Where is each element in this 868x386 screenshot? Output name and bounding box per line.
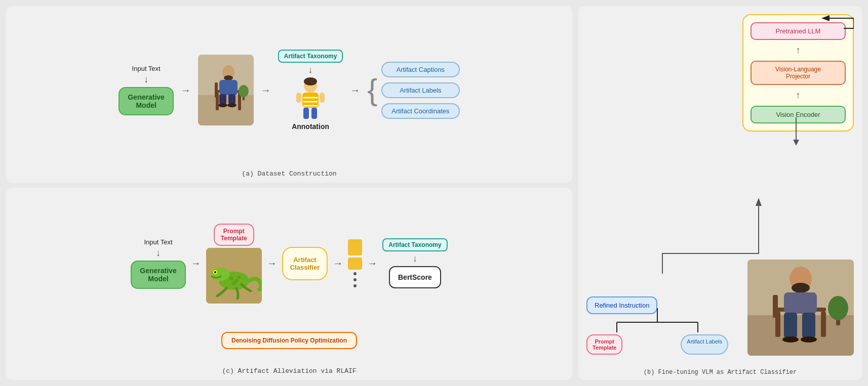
svg-rect-10	[219, 94, 226, 104]
svg-point-45	[792, 283, 810, 293]
arrow-up-2: ↑	[796, 90, 801, 101]
person-photo-a	[198, 55, 254, 125]
main-container: Input Text ↓ Generative Model →	[0, 0, 868, 386]
svg-rect-23	[311, 108, 317, 119]
svg-rect-9	[219, 80, 238, 95]
score-dot-3	[353, 284, 357, 287]
annotation-col: Artifact Taxonomy ↓	[278, 50, 343, 131]
svg-rect-11	[228, 94, 235, 104]
svg-point-30	[214, 271, 216, 273]
artifact-taxonomy-c: Artifact Taxonomy	[382, 238, 447, 251]
svg-rect-6	[215, 82, 218, 98]
arrow-down-c1: ↓	[156, 248, 161, 259]
score-rect-2	[348, 258, 362, 270]
svg-point-17	[304, 77, 317, 85]
generative-model-a: Generative Model	[119, 87, 173, 115]
vlm-container: Pretrained LLM ↑ Vision-Language Project…	[742, 14, 854, 132]
svg-rect-48	[802, 313, 815, 338]
arrow-c2: →	[267, 258, 277, 269]
section-a-label: (a) Dataset Construction	[242, 170, 336, 178]
svg-point-50	[801, 336, 817, 342]
score-col	[348, 239, 362, 288]
svg-point-49	[782, 336, 799, 342]
artifact-labels-box: Artifact Labels	[381, 82, 459, 98]
arrow-a3: →	[350, 84, 360, 96]
pretrained-llm-box: Pretrained LLM	[751, 22, 846, 40]
svg-point-31	[229, 276, 233, 280]
lizard-photo	[206, 248, 262, 304]
section-a-content: Input Text ↓ Generative Model →	[16, 14, 562, 166]
artifact-taxonomy-a: Artifact Taxonomy	[278, 50, 343, 63]
svg-point-8	[224, 75, 233, 80]
annotation-outputs: Artifact Captions Artifact Labels Artifa…	[381, 62, 459, 119]
arrow-up-1: ↑	[796, 45, 801, 56]
man-photo-b	[747, 260, 854, 356]
artifact-labels-b: Artifact Labels	[681, 334, 728, 355]
score-rect-1	[348, 239, 362, 255]
brace-symbol: {	[367, 75, 377, 105]
svg-point-13	[227, 103, 236, 107]
vlp-box: Vision-Language Projector	[751, 61, 846, 85]
ddpo-box: Denoising Diffusion Policy Optimization	[221, 332, 357, 349]
arrow-down-a1: ↓	[144, 74, 148, 85]
score-dot-2	[353, 278, 357, 281]
right-panel: Pretrained LLM ↑ Vision-Language Project…	[578, 6, 862, 380]
brace-area: { Artifact Captions Artifact Labels Arti…	[367, 62, 459, 119]
annotation-figure	[294, 77, 327, 120]
svg-marker-57	[756, 198, 762, 206]
artifact-captions-box: Artifact Captions	[381, 62, 459, 77]
annotation-label: Annotation	[292, 122, 329, 131]
section-c-mid: Prompt Template	[206, 224, 262, 304]
artifact-coordinates-box: Artifact Coordinates	[381, 103, 459, 119]
artifact-classifier-c: Artifact Classifier	[282, 247, 328, 280]
section-b-label: (b) Fine-tuning VLM as Artifact Classifi…	[578, 369, 862, 376]
arrow-c1: →	[191, 258, 201, 269]
left-panel: Input Text ↓ Generative Model →	[6, 6, 572, 380]
section-c-left: Input Text ↓ Generative Model	[131, 238, 185, 289]
input-text-label-c: Input Text	[144, 238, 172, 246]
input-text-label-a: Input Text	[132, 65, 161, 72]
section-c: Input Text ↓ Generative Model → Prompt T…	[6, 188, 572, 380]
tree-area: Prompt Template Artifact Labels	[586, 308, 728, 355]
svg-point-52	[828, 296, 848, 320]
section-a-left: Input Text ↓ Generative Model	[119, 65, 173, 115]
svg-rect-25	[320, 93, 325, 103]
section-a: Input Text ↓ Generative Model →	[6, 6, 572, 183]
svg-point-15	[239, 85, 249, 97]
svg-rect-22	[303, 108, 309, 119]
prompt-template-b: Prompt Template	[586, 334, 622, 355]
arrow-down-c2: ↓	[413, 253, 417, 264]
svg-point-12	[218, 103, 227, 107]
svg-marker-36	[793, 140, 799, 146]
score-dot-1	[353, 272, 357, 275]
arrow-taxonomy: ↓	[308, 65, 313, 75]
prompt-template-c: Prompt Template	[214, 224, 254, 246]
arrow-c4: →	[367, 258, 377, 269]
ve-box: Vision Encoder	[751, 106, 846, 123]
svg-rect-42	[821, 312, 826, 337]
svg-rect-47	[784, 313, 797, 338]
taxonomy-col: Artifact Taxonomy ↓	[278, 50, 343, 75]
section-c-label: (c) Artifact Alleviation via RLAIF	[222, 367, 356, 375]
svg-rect-43	[773, 295, 778, 318]
section-c-content: Input Text ↓ Generative Model → Prompt T…	[16, 195, 562, 332]
bertscore-box: BertScore	[389, 266, 441, 288]
svg-rect-24	[296, 93, 301, 103]
generative-model-c: Generative Model	[131, 261, 185, 289]
svg-point-33	[232, 281, 236, 285]
svg-point-28	[211, 268, 229, 281]
arrow-refined-vlm	[586, 193, 769, 294]
arrow-a1: →	[181, 84, 191, 96]
svg-point-34	[238, 276, 241, 279]
bertscore-col: Artifact Taxonomy ↓ BertScore	[382, 238, 447, 288]
svg-rect-46	[784, 292, 817, 314]
arrow-c3: →	[333, 258, 343, 269]
arrow-a2: →	[261, 84, 271, 96]
